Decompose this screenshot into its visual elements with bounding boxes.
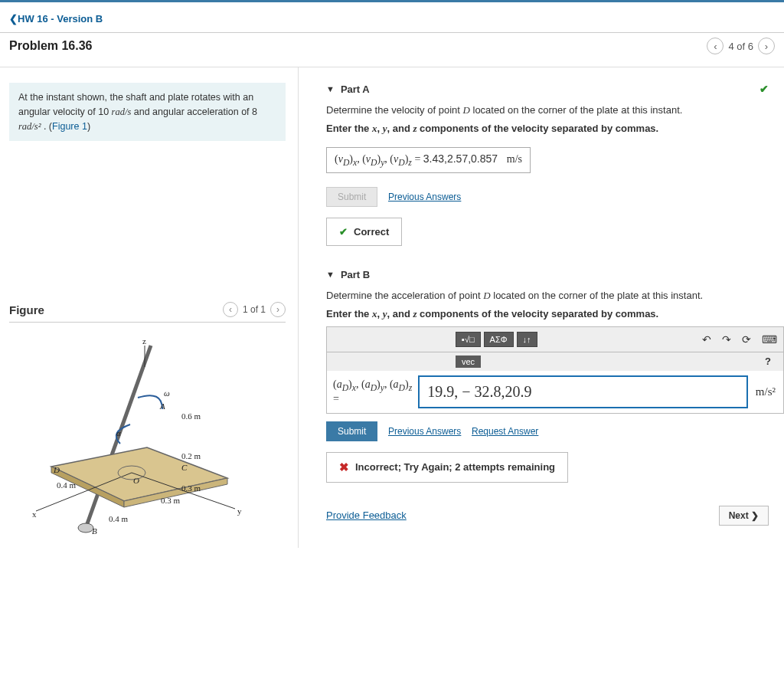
figure-ref-link[interactable]: Figure 1 [52, 121, 87, 132]
keyboard-icon[interactable]: ⌨ [762, 333, 777, 346]
svg-text:D: D [53, 465, 60, 474]
provide-feedback-link[interactable]: Provide Feedback [326, 510, 407, 521]
svg-text:B: B [92, 526, 97, 536]
svg-text:0.4 m: 0.4 m [109, 514, 129, 523]
top-rule [0, 0, 784, 2]
figure-pager: ‹ 1 of 1 › [223, 302, 286, 317]
breadcrumb: ❮HW 16 - Version B [0, 5, 784, 32]
svg-text:α: α [116, 428, 121, 437]
check-icon: ✔ [339, 226, 348, 238]
undo-icon[interactable]: ↶ [702, 333, 711, 346]
prompt-t3: . ( [41, 121, 52, 132]
svg-text:x: x [32, 510, 37, 519]
left-column: At the instant shown, the shaft and plat… [0, 67, 299, 548]
fig-pager-next[interactable]: › [270, 302, 286, 317]
part-a-answer: (vD)x, (vD)y, (vD)z = 3.43,2.57,0.857 m/… [326, 147, 531, 173]
svg-point-1 [78, 523, 93, 532]
figure-diagram: z x y ω α A B C D O 0.6 m 0.2 m 0.3 m 0.… [9, 336, 254, 536]
prompt-t2: and angular acceleration of 8 [131, 106, 257, 117]
svg-text:0.3 m: 0.3 m [181, 483, 201, 493]
collapse-icon: ▼ [326, 270, 335, 279]
figure-header: Figure ‹ 1 of 1 › [9, 302, 286, 323]
breadcrumb-label: HW 16 - Version B [18, 13, 103, 25]
problem-pager: ‹ 4 of 6 › [707, 38, 775, 54]
main: At the instant shown, the shaft and plat… [0, 67, 784, 548]
tool-vec[interactable]: vec [456, 356, 481, 368]
collapse-icon: ▼ [326, 84, 335, 93]
svg-text:y: y [237, 506, 242, 516]
prev-answers-b[interactable]: Previous Answers [388, 426, 461, 437]
part-a-desc: Determine the velocity of point D locate… [326, 104, 784, 116]
problem-prompt: At the instant shown, the shaft and plat… [9, 83, 286, 141]
part-b-input[interactable]: 19.9, − 32.8,20.9 [418, 375, 748, 408]
prompt-t4: ) [87, 121, 90, 132]
footer-row: Provide Feedback Next ❯ [326, 506, 784, 526]
pager-next[interactable]: › [758, 38, 775, 54]
svg-text:C: C [181, 463, 188, 472]
prev-answers-a[interactable]: Previous Answers [388, 192, 461, 202]
part-a: ▼ Part A ✔ Determine the velocity of poi… [326, 83, 784, 246]
next-button[interactable]: Next ❯ [719, 506, 769, 526]
breadcrumb-link[interactable]: ❮HW 16 - Version B [9, 13, 103, 25]
part-b-submit-row: Submit Previous Answers Request Answer [326, 421, 784, 441]
part-b: ▼ Part B Determine the acceleration of p… [326, 269, 784, 483]
part-a-instr: Enter the x, y, and z components of the … [326, 123, 784, 135]
redo-icon[interactable]: ↷ [722, 333, 731, 346]
check-icon: ✔ [760, 83, 769, 95]
figure-heading: Figure [9, 303, 44, 316]
problem-title: Problem 16.36 [9, 39, 93, 53]
part-a-feedback: ✔ Correct [326, 218, 402, 246]
svg-text:0.2 m: 0.2 m [181, 451, 201, 460]
part-a-label: Part A [341, 84, 370, 95]
svg-text:ω: ω [164, 388, 170, 398]
part-b-unit: m/s² [748, 385, 783, 398]
part-b-lhs: (aD)x, (aD)y, (aD)z= [327, 371, 418, 413]
svg-text:z: z [142, 336, 146, 346]
titlebar: Problem 16.36 ‹ 4 of 6 › [0, 33, 784, 67]
svg-text:O: O [133, 476, 139, 485]
feedback-text-a: Correct [354, 226, 389, 238]
chevron-left-icon: ❮ [9, 13, 18, 25]
part-b-input-row: (aD)x, (aD)y, (aD)z= 19.9, − 32.8,20.9 m… [326, 371, 784, 414]
x-icon: ✖ [339, 460, 349, 474]
svg-text:0.6 m: 0.6 m [181, 411, 201, 421]
equation-toolbar-sub: vec ? [326, 352, 784, 371]
part-b-instr: Enter the x, y, and z components of the … [326, 308, 784, 320]
pager-text: 4 of 6 [728, 41, 753, 52]
tool-template[interactable]: ▪√□ [456, 332, 481, 347]
help-icon[interactable]: ? [765, 356, 771, 367]
reset-icon[interactable]: ⟳ [742, 333, 751, 346]
prompt-u2: rad/s² [18, 121, 41, 132]
prompt-u1: rad/s [112, 106, 132, 117]
part-a-value: 3.43,2.57,0.857 [423, 152, 498, 165]
submit-button-a: Submit [326, 187, 377, 207]
part-a-header[interactable]: ▼ Part A ✔ [326, 83, 784, 95]
svg-text:A: A [159, 401, 165, 411]
right-column: ▼ Part A ✔ Determine the velocity of poi… [299, 67, 784, 548]
equation-toolbar: ▪√□ ΑΣΦ ↓↑ ↶ ↷ ⟳ ⌨ [326, 326, 784, 352]
part-b-header[interactable]: ▼ Part B [326, 269, 784, 280]
tool-greek[interactable]: ΑΣΦ [484, 332, 514, 347]
part-a-submit-row: Submit Previous Answers [326, 187, 784, 207]
part-b-label: Part B [341, 269, 370, 280]
feedback-text-b: Incorrect; Try Again; 2 attempts remaini… [355, 461, 555, 473]
request-answer[interactable]: Request Answer [472, 426, 538, 437]
submit-button-b[interactable]: Submit [326, 421, 377, 441]
svg-marker-2 [51, 447, 227, 501]
part-b-feedback: ✖ Incorrect; Try Again; 2 attempts remai… [326, 452, 568, 483]
part-a-unit: m/s [507, 153, 522, 165]
pager-prev[interactable]: ‹ [707, 38, 724, 54]
part-b-desc: Determine the acceleration of point D lo… [326, 290, 784, 302]
svg-text:0.3 m: 0.3 m [161, 496, 181, 505]
svg-text:0.4 m: 0.4 m [57, 480, 77, 490]
tool-subsup[interactable]: ↓↑ [517, 332, 537, 347]
fig-pager-text: 1 of 1 [243, 304, 266, 315]
fig-pager-prev[interactable]: ‹ [223, 302, 238, 317]
